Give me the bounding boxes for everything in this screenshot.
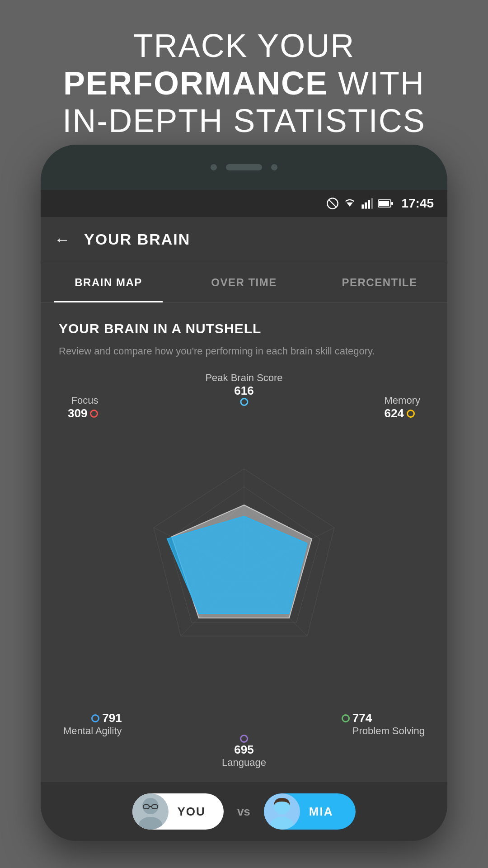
avatar-you bbox=[132, 793, 169, 830]
content-area: YOUR BRAIN IN A NUTSHELL Review and comp… bbox=[41, 303, 447, 782]
tab-over-time[interactable]: OVER TIME bbox=[176, 262, 312, 302]
dot-peak bbox=[240, 398, 248, 406]
label-peak-brain-score: Peak Brain Score 616 bbox=[205, 372, 282, 406]
wifi-icon bbox=[343, 197, 356, 210]
status-icons bbox=[326, 197, 394, 210]
phone-device: 17:45 ← YOUR BRAIN BRAIN MAP OVER TIME P… bbox=[41, 145, 447, 841]
svg-rect-5 bbox=[368, 200, 371, 209]
tabs-container: BRAIN MAP OVER TIME PERCENTILE bbox=[41, 262, 447, 303]
dot-language bbox=[240, 735, 248, 743]
svg-rect-9 bbox=[391, 202, 393, 205]
speaker-bar bbox=[226, 164, 262, 170]
vs-label: vs bbox=[237, 805, 250, 819]
signal-icon bbox=[361, 197, 373, 210]
svg-line-1 bbox=[329, 199, 337, 208]
dot-mental-agility bbox=[91, 714, 99, 722]
tab-percentile[interactable]: PERCENTILE bbox=[312, 262, 447, 302]
svg-rect-4 bbox=[365, 203, 367, 209]
dot-memory bbox=[407, 410, 415, 418]
avatar-you-svg bbox=[132, 793, 169, 830]
tab-brain-map[interactable]: BRAIN MAP bbox=[41, 262, 176, 302]
camera-dot-2 bbox=[271, 164, 277, 170]
compare-mia[interactable]: MIA bbox=[264, 793, 356, 830]
header-line3: IN-DEPTH STATISTICS bbox=[0, 102, 488, 140]
mia-label: MIA bbox=[300, 805, 343, 819]
svg-rect-8 bbox=[379, 201, 389, 206]
nav-bar: ← YOUR BRAIN bbox=[41, 217, 447, 262]
header-line1: TRACK YOUR bbox=[0, 27, 488, 65]
radar-svg bbox=[90, 442, 398, 704]
section-description: Review and compare how you're performing… bbox=[59, 344, 429, 359]
compare-you[interactable]: YOU bbox=[132, 793, 224, 830]
svg-point-23 bbox=[139, 817, 162, 830]
svg-point-28 bbox=[270, 817, 294, 830]
battery-icon bbox=[378, 198, 394, 208]
compare-bar: YOU vs MIA bbox=[41, 782, 447, 841]
svg-rect-6 bbox=[371, 198, 374, 208]
camera-dot bbox=[211, 164, 217, 170]
you-label: YOU bbox=[169, 805, 215, 819]
dot-problem-solving bbox=[342, 714, 350, 722]
header-line2: PERFORMANCE WITH bbox=[0, 65, 488, 102]
svg-rect-3 bbox=[362, 204, 364, 208]
avatar-mia bbox=[264, 793, 300, 830]
dot-focus bbox=[90, 410, 98, 418]
status-bar: 17:45 bbox=[41, 190, 447, 217]
avatar-mia-svg bbox=[264, 793, 300, 830]
label-language: 695 Language bbox=[222, 735, 266, 769]
status-time: 17:45 bbox=[401, 196, 434, 211]
label-mental-agility: 791 Mental Agility bbox=[63, 711, 122, 737]
radar-chart-area: Peak Brain Score 616 Memory 624 bbox=[59, 372, 429, 773]
label-memory: Memory 624 bbox=[385, 395, 420, 420]
back-button[interactable]: ← bbox=[54, 230, 70, 249]
block-icon bbox=[326, 197, 339, 210]
label-problem-solving: 774 Problem Solving bbox=[342, 711, 425, 737]
app-screen: 17:45 ← YOUR BRAIN BRAIN MAP OVER TIME P… bbox=[41, 190, 447, 841]
nav-title: YOUR BRAIN bbox=[84, 231, 190, 248]
svg-marker-2 bbox=[347, 203, 353, 207]
header-text: TRACK YOUR PERFORMANCE WITH IN-DEPTH STA… bbox=[0, 27, 488, 139]
label-focus: Focus 309 bbox=[68, 395, 98, 420]
phone-top bbox=[41, 145, 447, 190]
section-title: YOUR BRAIN IN A NUTSHELL bbox=[59, 321, 429, 336]
